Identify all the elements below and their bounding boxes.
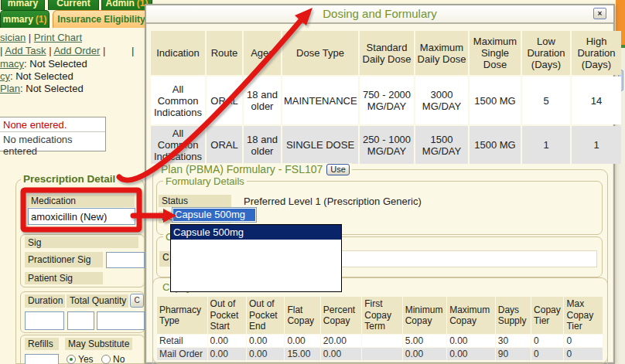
substitute-yes-radio[interactable]: Yes [67, 354, 94, 364]
plan-link[interactable]: Plan [0, 83, 20, 94]
tab-summary[interactable]: mmary (1) [0, 10, 50, 28]
strength-option[interactable]: Capsule 500mg [171, 225, 341, 240]
column-header: Maximum Daily Dose [415, 31, 468, 75]
cell: 1 [522, 126, 570, 164]
plan-status: Plan: Not Selected [0, 83, 84, 94]
close-icon[interactable]: × [593, 8, 606, 19]
patient-sig-label: Patient Sig [25, 272, 103, 284]
table-row: All Common IndicationsORAL18 and olderSI… [151, 126, 621, 164]
cell: 20.00 [321, 335, 361, 347]
quantity-calc-button[interactable]: C [130, 294, 144, 308]
physician-link[interactable]: sician [0, 32, 26, 43]
radio-icon [67, 355, 76, 364]
plan-formulary-legend: Plan (PBMA) Formulary - FSL107Use [159, 163, 352, 175]
dosing-header-row: IndicationRouteAgesDose TypeStandard Dai… [151, 31, 621, 75]
window-titlebar: Dosing and Formulary × [146, 5, 613, 24]
medications-alert-text: No medications entered [0, 132, 105, 157]
window-title: Dosing and Formulary [146, 5, 613, 22]
cell: All Common Indications [151, 126, 205, 164]
separator: | [100, 45, 105, 56]
refills-label: Refills [25, 338, 59, 350]
tab-current[interactable]: Current [48, 0, 99, 10]
cell: 90 [496, 348, 531, 360]
add-order-link[interactable]: Add Order [53, 45, 100, 56]
separator: | [46, 45, 54, 56]
cell: All Common Indications [151, 77, 205, 124]
tab-label: Admin [105, 0, 134, 9]
cell: 0 [531, 335, 563, 347]
task-links-row: | Add Task | Add Order | [0, 45, 105, 56]
cell: 0.00 [285, 335, 319, 347]
cell: Mail Order [157, 348, 207, 360]
medication-input[interactable] [28, 208, 135, 225]
sig-label: Sig [25, 236, 138, 248]
cell: 3000 MG/DAY [415, 77, 468, 124]
tab-badge: (1) [36, 14, 47, 25]
duration-input[interactable] [25, 311, 64, 330]
strength-combobox[interactable]: Capsule 500mg [172, 207, 257, 223]
cell: ORAL [207, 126, 242, 164]
print-chart-link[interactable]: Print Chart [34, 32, 82, 43]
status-label: Status [159, 195, 231, 207]
cell: MAINTENANCE [282, 77, 358, 124]
dosing-table: IndicationRouteAgesDose TypeStandard Dai… [149, 29, 623, 165]
add-task-link[interactable]: Add Task [5, 45, 46, 56]
cell: 0.00 [403, 348, 446, 360]
cell: 0.00 [247, 348, 284, 360]
cell: 5.00 [403, 335, 446, 347]
column-header: Route [207, 31, 242, 75]
cell: 1500 MG [470, 126, 521, 164]
strength-selected-value: Capsule 500mg [173, 209, 255, 221]
column-header: Dose Type [282, 31, 358, 75]
refills-input[interactable] [25, 354, 59, 364]
pharmacy-link[interactable]: macy [0, 58, 24, 70]
cell: 250 - 1000 MG/DAY [360, 126, 414, 164]
column-header: Ages [244, 31, 281, 75]
cell: 15.00 [285, 348, 319, 360]
cell: 750 - 2000 MG/DAY [360, 77, 414, 124]
table-row: Mail Order0.000.0015.000.000.000.009000 [157, 348, 603, 360]
allergy-link[interactable]: cy [0, 70, 10, 82]
column-header: High Duration (Days) [572, 31, 621, 75]
status-text: : Not Selected [24, 58, 87, 70]
column-header: Maximum Single Dose [470, 31, 521, 75]
column-header: Out of Pocket Start [208, 297, 246, 334]
use-button[interactable]: Use [326, 164, 350, 175]
cell: 0 [564, 348, 603, 360]
column-header: Standard Daily Dose [360, 31, 414, 75]
practitioner-sig-input[interactable] [106, 252, 145, 268]
tab-summary-top[interactable]: mmary [1, 0, 45, 10]
column-header: Maximum Copay [447, 297, 495, 334]
screen: { "colors": { "accent_red": "#E21713", "… [0, 0, 625, 364]
column-header: Flat Copay [285, 297, 319, 334]
separator: | [26, 32, 34, 43]
formulary-details-legend: Formulary Details [163, 175, 247, 187]
cell: 18 and older [244, 126, 281, 164]
tab-label: mmary [2, 14, 32, 25]
status-value: Preferred Level 1 (Prescription Generic) [244, 196, 422, 207]
cell: 0.00 [447, 335, 495, 347]
alerts-box: None entered. No medications entered [0, 117, 106, 151]
tab-label: mmary [8, 0, 38, 9]
dosing-formulary-window: Dosing and Formulary × IndicationRouteAg… [145, 4, 615, 364]
tab-insurance-eligibility[interactable]: Insurance Eligibility [53, 10, 150, 28]
total-quantity-input[interactable] [67, 311, 94, 330]
cell: 1 [572, 126, 621, 164]
column-header: First Copay Term [362, 297, 401, 334]
radio-label: Yes [78, 354, 94, 364]
tab-label: Current [56, 0, 90, 9]
cell: Retail [157, 335, 207, 347]
quantity-unit-input[interactable] [97, 311, 145, 330]
cell: ORAL [207, 77, 242, 124]
allergy-status: cy: Not Selected [0, 70, 73, 82]
radio-label: No [113, 354, 125, 364]
cell: 0 [564, 335, 603, 347]
cell: 1500 MG [470, 77, 521, 124]
table-row: All Common IndicationsORAL18 and olderMA… [151, 77, 621, 124]
cell: SINGLE DOSE [282, 126, 358, 164]
substitute-no-radio[interactable]: No [101, 354, 125, 364]
cell: 0.00 [447, 348, 495, 360]
chart-links-row: sician | Print Chart [0, 32, 82, 43]
column-header: Days Supply [496, 297, 531, 334]
cell: 14 [572, 77, 621, 124]
